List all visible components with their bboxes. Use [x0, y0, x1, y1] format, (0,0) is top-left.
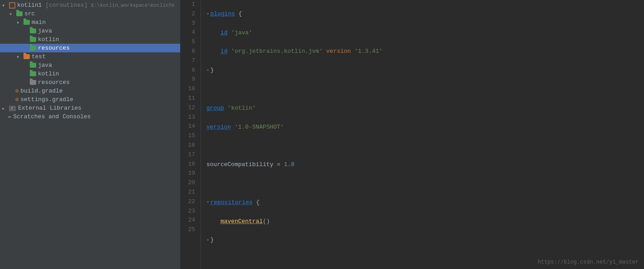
test-resources-label: resources	[38, 79, 70, 86]
library-icon	[9, 106, 16, 111]
code-area[interactable]: 1 2 3 4 5 6 7 8 9 10 11 12 13 14 15 16 1…	[181, 0, 644, 269]
test-kotlin-label: kotlin	[38, 70, 59, 77]
code-line-9: sourceCompatibility = 1.8	[206, 160, 644, 170]
sidebar-item-build-gradle[interactable]: ⚙ build.gradle	[0, 87, 180, 95]
test-label: test	[32, 53, 46, 60]
arrow-icon	[2, 105, 8, 111]
external-libs-label: External Libraries	[18, 105, 81, 111]
code-line-11: ▾repositories {	[206, 198, 644, 208]
sidebar-item-test-java[interactable]: java	[0, 61, 180, 70]
sidebar-item-main[interactable]: main	[0, 18, 180, 27]
code-line-4: ▾}	[206, 66, 644, 75]
code-line-8	[206, 141, 644, 151]
gradle-icon: ⚙	[15, 88, 19, 94]
code-line-7: version '1.0-SNAPSHOT'	[206, 123, 644, 132]
settings-gradle-label: settings.gradle	[20, 96, 73, 103]
code-line-2: id 'java'	[206, 28, 644, 38]
arrow-icon	[16, 54, 23, 60]
code-line-13: ▾}	[206, 236, 644, 245]
arrow-icon	[2, 2, 8, 9]
code-line-6: group 'kotlin'	[206, 104, 644, 113]
sidebar-item-resources[interactable]: resources	[0, 44, 180, 52]
code-line-12: mavenCentral()	[206, 217, 644, 227]
svg-rect-1	[10, 4, 14, 7]
kotlin-label: kotlin	[38, 36, 59, 43]
arrow-icon	[9, 11, 15, 17]
project-sidebar[interactable]: kotlin1 [coroutines] E:\kotlin_workspace…	[0, 0, 181, 269]
sidebar-item-external-libs[interactable]: External Libraries	[0, 104, 180, 112]
arrow-icon	[16, 19, 23, 26]
sidebar-item-test-kotlin[interactable]: kotlin	[0, 70, 180, 78]
sidebar-item-java[interactable]: java	[0, 27, 180, 35]
code-line-3: id 'org.jetbrains.kotlin.jvm' version '1…	[206, 47, 644, 56]
sidebar-item-src[interactable]: src	[0, 9, 180, 18]
sidebar-item-settings-gradle[interactable]: ⚙ settings.gradle	[0, 95, 180, 104]
java-label: java	[38, 28, 52, 34]
project-root-label: kotlin1 [coroutines] E:\kotlin_workspace…	[17, 2, 175, 9]
main-label: main	[32, 19, 46, 26]
code-line-10	[206, 179, 644, 189]
code-line-1: ▾plugins {	[206, 9, 644, 19]
gradle-settings-icon: ⚙	[15, 96, 19, 103]
sidebar-item-test-resources[interactable]: resources	[0, 78, 180, 87]
module-icon	[9, 2, 15, 9]
line-numbers: 1 2 3 4 5 6 7 8 9 10 11 12 13 14 15 16 1…	[181, 0, 201, 269]
sidebar-item-scratches[interactable]: ✏ Scratches and Consoles	[0, 112, 180, 121]
sidebar-item-kotlin[interactable]: kotlin	[0, 35, 180, 44]
watermark: https://blog.csdn.net/yi_master	[538, 259, 639, 265]
build-gradle-label: build.gradle	[20, 88, 63, 94]
scratches-label: Scratches and Consoles	[13, 113, 91, 120]
sidebar-item-kotlin1[interactable]: kotlin1 [coroutines] E:\kotlin_workspace…	[0, 1, 180, 9]
code-editor: 1 2 3 4 5 6 7 8 9 10 11 12 13 14 15 16 1…	[181, 0, 644, 269]
scratch-icon: ✏	[8, 113, 11, 120]
test-java-label: java	[38, 62, 52, 69]
code-line-5	[206, 85, 644, 94]
sidebar-item-test[interactable]: test	[0, 52, 180, 61]
resources-label: resources	[38, 45, 70, 51]
src-label: src	[24, 10, 35, 17]
code-lines[interactable]: ▾plugins { id 'java' id 'org.jetbrains.k…	[201, 0, 644, 269]
